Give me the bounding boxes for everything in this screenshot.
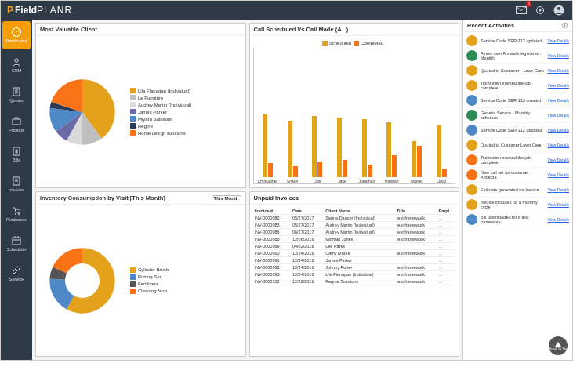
invoice-table: Invoice #DateClient NameTitleEmpl INV-00… <box>253 208 456 285</box>
bar-group: Lloyd <box>430 99 452 183</box>
brand-icon: P <box>7 5 13 16</box>
table-header[interactable]: Invoice # <box>253 208 291 215</box>
table-header[interactable]: Client Name <box>324 208 395 215</box>
svg-point-4 <box>557 7 560 10</box>
panel-calls: Call Scheduled Vs Call Made (A...) Sched… <box>249 23 460 188</box>
activity-view-link[interactable]: View Details <box>548 217 569 222</box>
activity-text: Quoted to Customer - Lawn Care <box>481 68 545 73</box>
svg-point-12 <box>18 213 20 215</box>
sidebar: Dashboard CRM Quotes Projects Bills Invo… <box>1 20 32 360</box>
bar-group: Jack <box>331 99 353 183</box>
legend-item: Audrey Martin (Individual) <box>130 102 191 107</box>
activity-view-link[interactable]: View Details <box>548 187 569 192</box>
table-row[interactable]: INV-000009212/24/2016Johnny Portertest f… <box>253 264 456 271</box>
activity-view-link[interactable]: View Details <box>548 83 569 88</box>
activity-view-link[interactable]: View Details <box>548 38 569 43</box>
sidebar-item-invoices[interactable]: Invoices <box>2 170 31 198</box>
panel-title: Unpaid Invoices <box>254 194 299 201</box>
sidebar-item-scheduler[interactable]: Scheduler <box>2 230 31 258</box>
legend-item: Miyara Solutions <box>130 116 191 122</box>
activity-icon <box>466 95 477 106</box>
activity-text: New call set for customer Amanda <box>481 170 545 180</box>
table-header[interactable]: Empl <box>437 208 455 215</box>
legend-item: Le Furniture <box>130 95 191 100</box>
table-row[interactable]: INV-000008606/27/2017Audrey Martin (Indi… <box>253 229 456 236</box>
bar-group: Jonathan <box>356 99 378 183</box>
table-row[interactable]: INV-000008812/06/2016Michael Jonestest f… <box>253 236 456 243</box>
activity-icon <box>466 214 477 225</box>
activity-item: Service Code SER-113 created View Detail… <box>465 93 571 108</box>
sidebar-item-bills[interactable]: Bills <box>2 140 31 169</box>
activity-icon <box>466 184 477 195</box>
activity-item: Service Code SER-112 updated View Detail… <box>465 123 571 138</box>
activity-view-link[interactable]: View Details <box>548 202 569 207</box>
calls-bar-chart: ChristopherShaunOtisJackJonathanHannahMa… <box>253 48 456 184</box>
activity-view-link[interactable]: View Details <box>548 68 569 73</box>
svg-point-6 <box>15 59 18 62</box>
legend-item: Regine <box>130 123 191 129</box>
scroll-to-top-button[interactable]: Scroll To Top <box>549 336 568 355</box>
activity-text: Service Code SER-112 updated <box>481 38 545 43</box>
table-header[interactable]: Date <box>291 208 324 215</box>
bar-group: Marcel <box>406 99 428 183</box>
user-avatar-icon[interactable] <box>552 3 566 17</box>
app-window: PFieldPLANR 2 Dashboard CRM Quotes <box>0 0 573 361</box>
activity-item: Quoted to Customer - Lawn Care View Deta… <box>465 64 571 78</box>
legend-item: James Parker <box>130 109 191 114</box>
panel-title: Call Scheduled Vs Call Made (A...) <box>254 26 349 33</box>
gear-icon[interactable] <box>533 3 547 17</box>
activity-icon <box>466 140 477 151</box>
svg-rect-8 <box>13 119 20 125</box>
legend-item: Cylinder Brush <box>130 267 169 273</box>
sidebar-item-purchases[interactable]: Purchases <box>2 200 31 228</box>
activity-icon <box>466 154 477 165</box>
rail-gear-icon[interactable] <box>561 22 568 29</box>
activity-icon <box>466 169 477 180</box>
panel-title: Inventory Consumption by Visit [This Mon… <box>40 194 165 201</box>
legend-item: Fertilizers <box>130 281 169 287</box>
table-row[interactable]: INV-000008904/02/2016Lee Parks... <box>253 243 456 250</box>
sidebar-item-projects[interactable]: Projects <box>2 111 31 139</box>
table-row[interactable]: INV-000010212/22/2016Regine Solutionstes… <box>253 278 456 285</box>
rail-title: Recent Activities <box>467 22 514 29</box>
legend-item: Lila Flanagan (Individual) <box>130 88 191 93</box>
activity-item: Technician marked the job complete View … <box>465 78 571 93</box>
inventory-filter-select[interactable]: This Month <box>212 195 241 201</box>
activity-view-link[interactable]: View Details <box>548 113 569 118</box>
panel-inventory: Inventory Consumption by Visit [This Mon… <box>35 191 246 357</box>
panel-title: Most Valuable Client <box>40 26 97 33</box>
activity-text: Generic Service - Monthly schedule <box>481 111 545 120</box>
table-header[interactable]: Title <box>395 208 437 215</box>
legend-item: Cleaning Mop <box>130 289 169 294</box>
main-area: Dashboard CRM Quotes Projects Bills Invo… <box>1 20 572 360</box>
table-row[interactable]: INV-000008205/27/2017Sarina Dancer (Indi… <box>253 215 456 222</box>
activity-view-link[interactable]: View Details <box>548 53 569 58</box>
topbar: PFieldPLANR 2 <box>1 1 572 20</box>
activity-view-link[interactable]: View Details <box>548 158 569 162</box>
activity-view-link[interactable]: View Details <box>548 172 569 177</box>
svg-rect-13 <box>13 238 20 245</box>
table-row[interactable]: INV-000009012/24/2016Cathy Marektest fra… <box>253 250 456 257</box>
sidebar-item-service[interactable]: Service <box>2 260 31 288</box>
table-row[interactable]: INV-000009112/24/2016James Parker... <box>253 257 456 264</box>
activity-text: Technician marked the job complete <box>481 155 545 165</box>
activity-item: A new user Amanda registered - Monthly V… <box>465 49 571 64</box>
table-row[interactable]: INV-000008305/27/2017Audrey Martin (Indi… <box>253 222 456 229</box>
table-row[interactable]: INV-000009312/24/2016Lila Flanagan (Indi… <box>253 271 456 278</box>
activity-view-link[interactable]: View Details <box>548 98 569 103</box>
activity-icon <box>466 125 477 136</box>
mail-icon[interactable]: 2 <box>514 3 528 17</box>
sidebar-item-dashboard[interactable]: Dashboard <box>2 21 31 49</box>
activity-item: Technician marked the job complete View … <box>465 153 571 168</box>
sidebar-item-quotes[interactable]: Quotes <box>2 81 31 109</box>
activity-text: Estimate generated for Invoice <box>481 187 545 192</box>
recent-activities-rail: Recent Activities Service Code SER-112 u… <box>462 20 572 360</box>
activity-view-link[interactable]: View Details <box>548 128 569 132</box>
activity-icon <box>466 80 477 91</box>
activity-text: A new user Amanda registered - Monthly <box>481 51 545 60</box>
inventory-legend: Cylinder BrushPotting SoilFertilizersCle… <box>130 267 169 294</box>
legend-item: Home design solutions <box>130 130 191 136</box>
sidebar-item-crm[interactable]: CRM <box>2 51 31 79</box>
activity-icon <box>466 110 477 121</box>
activity-view-link[interactable]: View Details <box>548 143 569 147</box>
